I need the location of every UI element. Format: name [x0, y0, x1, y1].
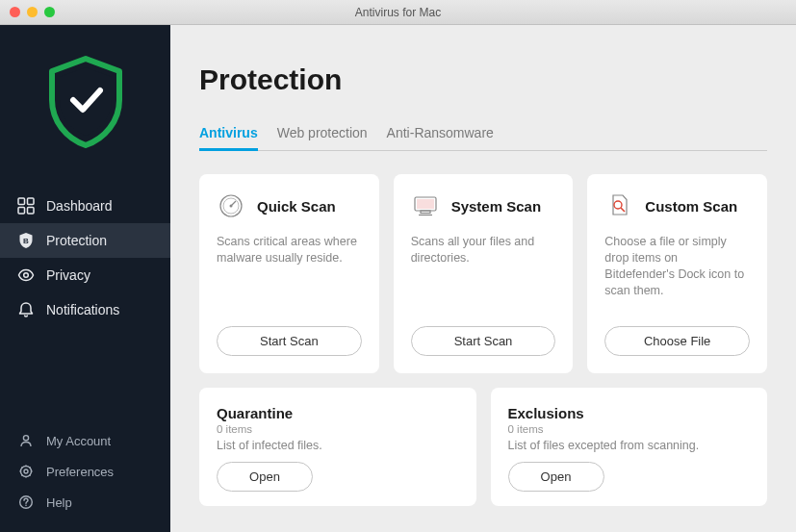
quarantine-count: 0 items [217, 423, 459, 435]
tabs: Antivirus Web protection Anti-Ransomware [199, 125, 767, 151]
maximize-window-button[interactable] [44, 7, 55, 17]
start-quick-scan-button[interactable]: Start Scan [217, 326, 362, 356]
svg-point-6 [23, 436, 28, 441]
eye-icon [17, 266, 35, 284]
svg-point-8 [24, 469, 28, 473]
sidebar-item-label: Privacy [46, 267, 90, 283]
card-title: Custom Scan [645, 198, 737, 215]
scan-cards-row: Quick Scan Scans critical areas where ma… [199, 174, 767, 373]
app-logo [0, 25, 170, 179]
sidebar-footer: My Account Preferences Help [0, 425, 170, 532]
svg-text:B: B [23, 237, 29, 245]
user-icon [17, 432, 35, 449]
window-title: Antivirus for Mac [355, 6, 441, 19]
card-title: Exclusions [508, 405, 751, 421]
choose-file-button[interactable]: Choose File [604, 326, 750, 356]
nav: Dashboard B Protection Privacy Notificat… [0, 179, 170, 425]
footer-item-label: My Account [46, 434, 111, 448]
svg-rect-16 [417, 199, 434, 209]
system-scan-icon [411, 191, 440, 220]
sidebar-item-notifications[interactable]: Notifications [0, 292, 170, 327]
gear-icon [17, 463, 35, 480]
footer-item-label: Preferences [46, 465, 114, 479]
close-window-button[interactable] [10, 7, 20, 17]
bell-icon [17, 301, 35, 318]
svg-rect-2 [18, 208, 25, 215]
page-title: Protection [199, 63, 767, 96]
svg-line-20 [621, 208, 625, 212]
card-description: List of files excepted from scanning. [508, 439, 751, 452]
window-controls [0, 7, 55, 17]
tab-anti-ransomware[interactable]: Anti-Ransomware [387, 125, 494, 150]
sidebar-item-dashboard[interactable]: Dashboard [0, 189, 170, 223]
sidebar-item-protection[interactable]: B Protection [0, 223, 170, 258]
sidebar-item-label: Dashboard [46, 198, 113, 214]
quarantine-card: Quarantine 0 items List of infected file… [199, 388, 476, 506]
system-scan-card: System Scan Scans all your files and dir… [394, 174, 574, 373]
sidebar: Dashboard B Protection Privacy Notificat… [0, 25, 170, 532]
sidebar-item-privacy[interactable]: Privacy [0, 258, 170, 292]
footer-item-account[interactable]: My Account [0, 425, 170, 456]
quick-scan-card: Quick Scan Scans critical areas where ma… [199, 174, 379, 373]
titlebar: Antivirus for Mac [0, 0, 796, 25]
custom-scan-card: Custom Scan Choose a file or simply drop… [587, 174, 767, 373]
svg-point-19 [614, 201, 622, 209]
footer-item-preferences[interactable]: Preferences [0, 456, 170, 487]
footer-item-label: Help [46, 495, 72, 510]
svg-point-10 [25, 505, 27, 507]
exclusions-card: Exclusions 0 items List of files excepte… [491, 388, 768, 506]
card-description: Scans critical areas where malware usual… [217, 234, 362, 299]
tab-web-protection[interactable]: Web protection [277, 125, 368, 150]
dashboard-icon [17, 197, 35, 215]
svg-line-14 [231, 201, 236, 206]
card-title: Quarantine [217, 405, 459, 421]
card-description: Scans all your files and directories. [411, 234, 556, 299]
open-exclusions-button[interactable]: Open [508, 462, 604, 492]
help-icon [17, 494, 35, 511]
tab-label: Web protection [277, 125, 368, 140]
tab-label: Anti-Ransomware [387, 125, 494, 140]
exclusions-count: 0 items [508, 423, 751, 435]
open-quarantine-button[interactable]: Open [217, 462, 313, 492]
svg-rect-17 [421, 211, 430, 214]
custom-scan-icon [604, 191, 633, 220]
start-system-scan-button[interactable]: Start Scan [411, 326, 556, 356]
bottom-cards-row: Quarantine 0 items List of infected file… [199, 388, 767, 506]
card-title: Quick Scan [257, 198, 336, 215]
svg-rect-0 [18, 198, 25, 205]
main-content: Protection Antivirus Web protection Anti… [170, 25, 796, 532]
tab-label: Antivirus [199, 125, 258, 140]
card-description: Choose a file or simply drop items on Bi… [604, 234, 750, 299]
sidebar-item-label: Notifications [46, 302, 119, 317]
sidebar-item-label: Protection [46, 233, 107, 248]
card-title: System Scan [451, 198, 541, 215]
quick-scan-icon [217, 191, 245, 220]
svg-rect-1 [28, 198, 35, 205]
svg-rect-3 [28, 208, 35, 215]
shield-icon: B [17, 232, 35, 249]
tab-antivirus[interactable]: Antivirus [199, 125, 258, 150]
svg-point-5 [24, 273, 29, 278]
minimize-window-button[interactable] [27, 7, 38, 17]
footer-item-help[interactable]: Help [0, 487, 170, 518]
card-description: List of infected files. [217, 439, 459, 452]
